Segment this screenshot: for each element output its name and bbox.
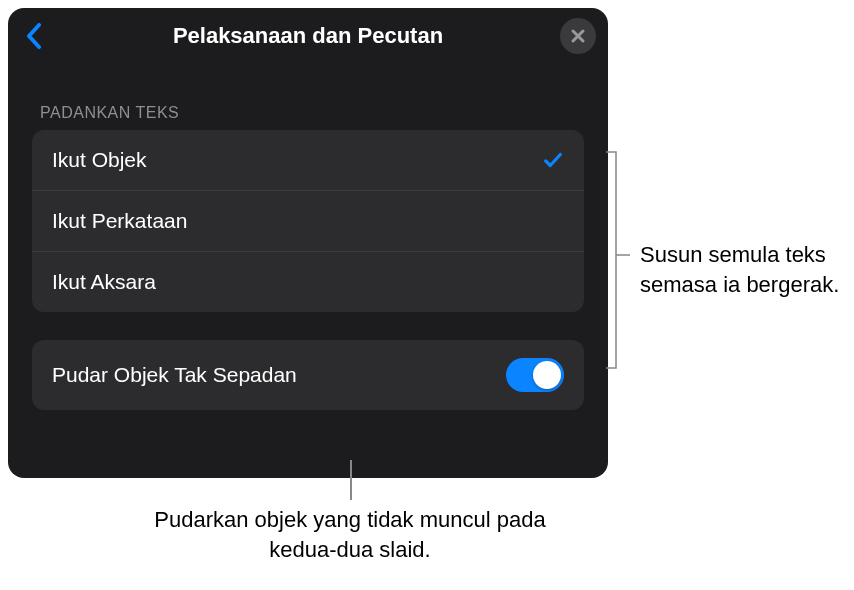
switch-knob (533, 361, 561, 389)
panel-title: Pelaksanaan dan Pecutan (173, 23, 443, 49)
close-button[interactable] (560, 18, 596, 54)
option-label: Ikut Objek (52, 148, 147, 172)
option-ikut-objek[interactable]: Ikut Objek (32, 130, 584, 190)
callout-right: Susun semula teks semasa ia bergerak. (640, 240, 840, 299)
match-text-list: Ikut Objek Ikut Perkataan Ikut Aksara (32, 130, 584, 312)
header-bar: Pelaksanaan dan Pecutan (8, 8, 608, 64)
chevron-left-icon (25, 23, 43, 49)
option-label: Ikut Perkataan (52, 209, 187, 233)
fade-toggle-switch[interactable] (506, 358, 564, 392)
option-ikut-aksara[interactable]: Ikut Aksara (32, 251, 584, 312)
back-button[interactable] (20, 22, 48, 50)
callout-bracket (604, 150, 636, 370)
callout-bottom: Pudarkan objek yang tidak muncul pada ke… (150, 505, 550, 564)
fade-toggle-row: Pudar Objek Tak Sepadan (32, 340, 584, 410)
option-label: Ikut Aksara (52, 270, 156, 294)
close-icon (570, 28, 586, 44)
checkmark-icon (542, 149, 564, 171)
toggle-label: Pudar Objek Tak Sepadan (52, 363, 297, 387)
fade-toggle-group: Pudar Objek Tak Sepadan (32, 340, 584, 410)
callout-leader-line (350, 460, 352, 500)
section-header: PADANKAN TEKS (8, 64, 608, 130)
settings-panel: Pelaksanaan dan Pecutan PADANKAN TEKS Ik… (8, 8, 608, 478)
option-ikut-perkataan[interactable]: Ikut Perkataan (32, 190, 584, 251)
